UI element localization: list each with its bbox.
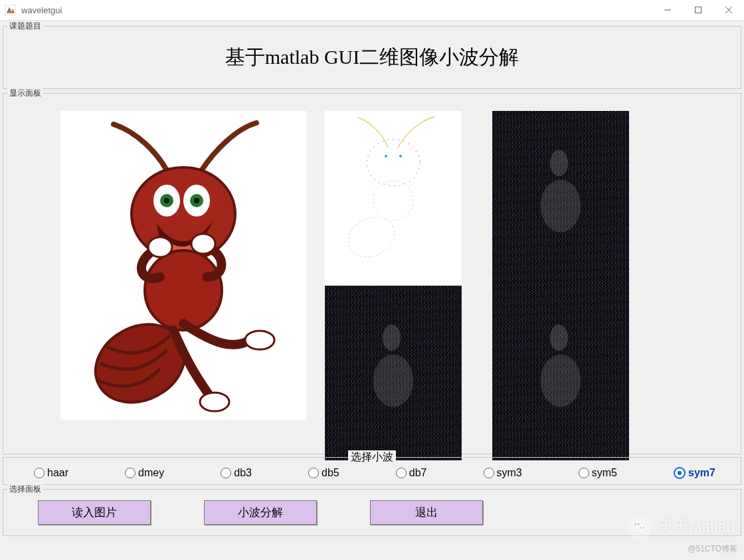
- panel-topic-legend: 课题题目: [7, 21, 43, 32]
- window-titlebar: waveletgui: [0, 0, 744, 21]
- panel-wavelet-legend: 选择小波: [348, 450, 396, 464]
- exit-button[interactable]: 退出: [370, 500, 483, 525]
- radio-dot-icon: [308, 468, 319, 478]
- radio-dot-icon: [484, 468, 494, 478]
- svg-point-25: [643, 527, 644, 529]
- radio-label: haar: [47, 467, 68, 479]
- page-title: 基于matlab GUI二维图像小波分解: [9, 32, 735, 83]
- radio-label: sym3: [497, 467, 522, 479]
- axes-original-image: [60, 111, 306, 420]
- app-icon: [5, 5, 16, 15]
- load-image-button[interactable]: 读入图片: [38, 500, 151, 525]
- radio-dot-icon: [125, 468, 136, 478]
- radio-dot-icon: [396, 468, 407, 478]
- svg-point-15: [367, 140, 420, 186]
- svg-point-14: [200, 393, 229, 411]
- svg-point-21: [638, 524, 646, 532]
- radio-dot-icon: [674, 467, 686, 479]
- svg-point-24: [640, 527, 642, 529]
- svg-point-19: [399, 155, 402, 157]
- svg-rect-1: [696, 7, 701, 13]
- panel-topic: 课题题目 基于matlab GUI二维图像小波分解: [3, 26, 741, 89]
- radio-label: sym5: [592, 467, 617, 479]
- panel-display: 显示面板: [3, 93, 741, 454]
- radio-dot-icon: [579, 468, 589, 478]
- axes-coeff-detail-d: [492, 286, 629, 460]
- wavelet-decompose-button[interactable]: 小波分解: [204, 500, 317, 525]
- svg-point-22: [635, 523, 636, 525]
- svg-point-8: [194, 198, 199, 203]
- radio-wavelet-db7[interactable]: db7: [396, 467, 427, 479]
- window-maximize-button[interactable]: [683, 0, 713, 20]
- svg-point-18: [385, 155, 387, 157]
- radio-wavelet-db3[interactable]: db3: [221, 467, 252, 479]
- svg-point-23: [638, 523, 639, 525]
- radio-label: db5: [322, 467, 339, 479]
- svg-point-13: [245, 331, 274, 349]
- svg-point-9: [145, 250, 222, 330]
- radio-dot-icon: [221, 468, 231, 478]
- svg-point-17: [342, 210, 401, 264]
- radio-wavelet-dmey[interactable]: dmey: [125, 467, 164, 479]
- radio-label: sym7: [688, 467, 715, 479]
- credit-text: @51CTO博客: [688, 543, 737, 555]
- svg-point-16: [373, 181, 413, 221]
- radio-label: db7: [409, 467, 427, 479]
- wechat-icon: [628, 515, 652, 539]
- radio-wavelet-db5[interactable]: db5: [308, 467, 339, 479]
- radio-label: db3: [234, 467, 252, 479]
- axes-coeff-detail-h: [325, 286, 462, 460]
- axes-coeff-detail-v: [492, 111, 629, 286]
- watermark: 天天Matlab: [628, 515, 735, 539]
- window-minimize-button[interactable]: [652, 0, 683, 20]
- svg-point-12: [191, 234, 215, 254]
- radio-label: dmey: [138, 467, 164, 479]
- svg-point-11: [148, 237, 172, 257]
- radio-dot-icon: [34, 468, 45, 478]
- window-close-button[interactable]: [713, 0, 744, 20]
- radio-wavelet-sym7[interactable]: sym7: [674, 467, 715, 479]
- svg-point-7: [164, 198, 169, 203]
- watermark-text: 天天Matlab: [658, 517, 735, 537]
- radio-wavelet-sym3[interactable]: sym3: [484, 467, 522, 479]
- radio-wavelet-sym5[interactable]: sym5: [579, 467, 617, 479]
- axes-coeff-approx: [325, 111, 462, 286]
- radio-wavelet-haar[interactable]: haar: [34, 467, 68, 479]
- panel-select-legend: 选择面板: [7, 484, 43, 495]
- panel-display-legend: 显示面板: [7, 88, 43, 99]
- window-title: waveletgui: [21, 5, 62, 15]
- panel-wavelet-select: 选择小波 haardmeydb3db5db7sym3sym5sym7: [3, 457, 741, 485]
